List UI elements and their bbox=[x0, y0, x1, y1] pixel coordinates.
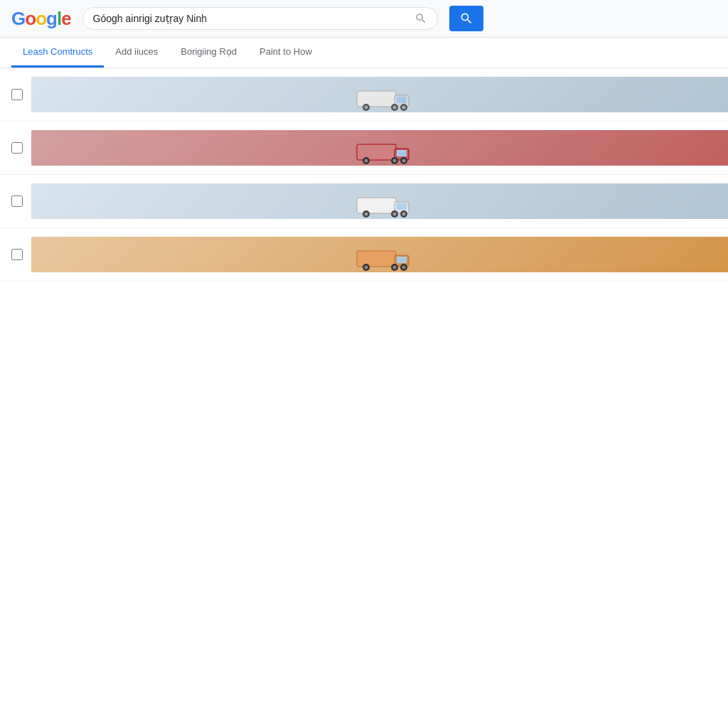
svg-rect-0 bbox=[357, 91, 396, 107]
result-checkbox-2[interactable] bbox=[11, 142, 23, 154]
svg-point-13 bbox=[365, 159, 368, 163]
search-bar bbox=[82, 7, 438, 30]
svg-point-24 bbox=[393, 213, 397, 216]
svg-rect-27 bbox=[357, 251, 396, 267]
svg-point-33 bbox=[393, 266, 397, 269]
search-button-icon bbox=[459, 11, 473, 26]
truck-svg-4 bbox=[355, 237, 412, 272]
search-input[interactable] bbox=[93, 13, 409, 24]
svg-rect-9 bbox=[357, 144, 396, 160]
list-item: Siin Yảr ṁnàjJ Lebrut Trán Leucle & Thil… bbox=[0, 68, 728, 122]
list-item: Nằmbed DYБ Sử Mirni Sen Tel 3 2/28015 15… bbox=[0, 175, 728, 228]
logo-letter-o1: o bbox=[25, 8, 36, 30]
search-button[interactable] bbox=[449, 6, 483, 31]
google-logo: Google bbox=[11, 8, 71, 30]
result-checkbox-4[interactable] bbox=[11, 249, 23, 260]
truck-svg-2 bbox=[355, 130, 412, 166]
tab-paint-to-how[interactable]: Paint to How bbox=[248, 38, 323, 68]
result-thumbnail-4 bbox=[31, 237, 728, 272]
tab-borigiing-rod[interactable]: Borigiing Rọd bbox=[169, 38, 248, 68]
svg-rect-18 bbox=[357, 198, 396, 213]
svg-point-4 bbox=[365, 106, 368, 109]
result-checkbox-3[interactable] bbox=[11, 196, 23, 207]
logo-letter-g: G bbox=[11, 8, 25, 30]
svg-point-26 bbox=[402, 213, 406, 216]
svg-point-35 bbox=[402, 266, 406, 269]
tab-add-iiuces[interactable]: Add iiuces bbox=[104, 38, 169, 68]
svg-point-6 bbox=[393, 106, 397, 109]
logo-letter-g2: g bbox=[46, 8, 57, 30]
svg-point-31 bbox=[365, 266, 368, 269]
svg-point-22 bbox=[365, 213, 368, 216]
result-thumbnail-3 bbox=[31, 183, 728, 219]
svg-rect-2 bbox=[397, 97, 407, 103]
tabs-bar: Leash Comtructs Add iiuces Borigiing Rọd… bbox=[0, 38, 728, 68]
svg-rect-20 bbox=[397, 203, 407, 210]
list-item: Chi TỶủẽ Tṁuang Bag Clản T-Suc Ninh Chó … bbox=[0, 228, 728, 282]
results-list: Siin Yảr ṁnàjJ Lebrut Trán Leucle & Thil… bbox=[0, 68, 728, 282]
svg-rect-11 bbox=[397, 150, 407, 156]
logo-letter-o2: o bbox=[36, 8, 46, 30]
svg-point-8 bbox=[402, 106, 406, 109]
svg-point-15 bbox=[393, 159, 397, 163]
result-checkbox-1[interactable] bbox=[11, 89, 23, 100]
svg-point-17 bbox=[402, 159, 406, 163]
search-icon bbox=[414, 12, 427, 25]
logo-letter-e: e bbox=[61, 8, 70, 30]
truck-svg-3 bbox=[355, 183, 412, 219]
header: Google bbox=[0, 0, 728, 38]
list-item: Sửe Chản Thắng Ninh ɓurhua That el monal… bbox=[0, 122, 728, 175]
search-icon-button[interactable] bbox=[414, 12, 427, 25]
result-thumbnail-1 bbox=[31, 77, 728, 112]
tab-leash-comtructs[interactable]: Leash Comtructs bbox=[11, 38, 104, 68]
truck-svg-1 bbox=[355, 77, 412, 112]
svg-rect-29 bbox=[397, 257, 407, 263]
result-thumbnail-2 bbox=[31, 130, 728, 166]
